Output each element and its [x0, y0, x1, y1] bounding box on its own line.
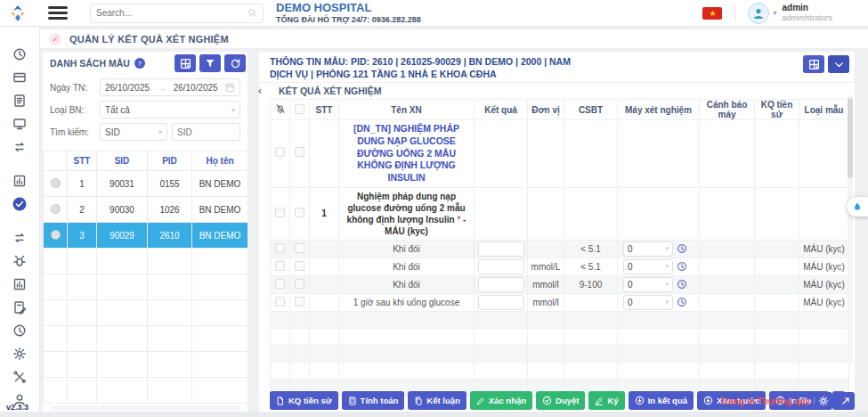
- menu-toggle-button[interactable]: [48, 4, 68, 23]
- workflow-icon[interactable]: [8, 135, 31, 159]
- result-input[interactable]: [478, 259, 524, 274]
- horizontal-scrollbar[interactable]: [50, 405, 240, 411]
- history-clock-icon[interactable]: [677, 279, 687, 290]
- user-menu-chevron-icon[interactable]: ▾: [773, 9, 776, 17]
- collapse-panel-chevron[interactable]: ‹: [254, 85, 266, 97]
- confirm-button[interactable]: Xác nhận: [470, 391, 532, 410]
- floating-assistant-button[interactable]: [847, 197, 868, 217]
- checkbox-icon[interactable]: [295, 279, 304, 289]
- search-type-select[interactable]: SID ▾: [100, 123, 167, 141]
- col-csbt[interactable]: CSBT: [564, 100, 618, 120]
- sign-button[interactable]: Ký: [588, 391, 624, 410]
- form-icon[interactable]: [8, 89, 31, 112]
- col-don-vi[interactable]: Đơn vị: [528, 100, 564, 120]
- global-search-input[interactable]: [96, 8, 247, 18]
- help-icon[interactable]: ?: [134, 58, 145, 69]
- machine-warning: [700, 275, 755, 293]
- machine-select[interactable]: 0▾: [623, 295, 673, 310]
- table-row[interactable]: 1 90031 0155 BN DEMO: [44, 171, 248, 197]
- result-row[interactable]: 1 giờ sau khi uống glucose mmol/l 0▾ MÁU…: [271, 293, 849, 311]
- language-flag-icon[interactable]: ★: [702, 7, 722, 20]
- row-radio[interactable]: [51, 230, 61, 240]
- col-pid[interactable]: PID: [148, 151, 192, 171]
- scrollbar-thumb[interactable]: [848, 98, 853, 178]
- result-input[interactable]: [478, 241, 524, 257]
- workflow2-icon[interactable]: [8, 226, 31, 249]
- machine-select[interactable]: 0▾: [623, 259, 673, 274]
- checkbox-icon[interactable]: [295, 147, 304, 157]
- filter-button[interactable]: [199, 54, 221, 72]
- row-radio[interactable]: [51, 204, 61, 214]
- sid-search-input[interactable]: [177, 127, 235, 137]
- chart-icon[interactable]: [8, 169, 31, 192]
- vertical-scrollbar[interactable]: [848, 96, 853, 364]
- history-clock-icon[interactable]: [677, 261, 687, 272]
- user-info[interactable]: admin administrators: [782, 3, 832, 23]
- result-input[interactable]: [478, 277, 524, 292]
- parent-test-row[interactable]: 1 Nghiệm pháp dung nạp glucose đường uốn…: [271, 187, 849, 240]
- result-row[interactable]: Khi đói mmol/L < 5.1 0▾ MÁU (kyc): [271, 258, 849, 275]
- checkbox-icon[interactable]: [295, 104, 304, 114]
- checkbox-icon[interactable]: [295, 261, 304, 271]
- mute-alerts-header[interactable]: [271, 100, 290, 120]
- checkbox-icon[interactable]: [295, 208, 304, 217]
- refresh-button[interactable]: [224, 54, 246, 72]
- checkbox-icon[interactable]: [275, 279, 285, 289]
- machine-select[interactable]: 0▾: [623, 277, 673, 292]
- history-clock-icon[interactable]: [677, 297, 687, 307]
- col-canh-bao[interactable]: Cảnh báo máy: [700, 100, 755, 120]
- result-row[interactable]: Khi đói mmol/l 9-100 0▾ MÁU (kyc): [271, 275, 849, 293]
- checkbox-icon[interactable]: [295, 243, 304, 253]
- tools-icon[interactable]: [8, 365, 31, 388]
- approve-button[interactable]: Duyệt: [536, 391, 585, 410]
- checkbox-icon[interactable]: [275, 243, 285, 253]
- col-loai-mau[interactable]: Loại mẫu: [799, 100, 849, 120]
- print-settings-button[interactable]: [815, 392, 832, 410]
- check-circle-icon[interactable]: [8, 192, 31, 216]
- column-settings-button[interactable]: [174, 54, 196, 72]
- checkbox-icon[interactable]: [275, 208, 285, 217]
- bell-slash-icon: [275, 103, 286, 114]
- monitor-icon[interactable]: [8, 112, 31, 135]
- checkbox-icon[interactable]: [275, 147, 285, 157]
- unit: mmol/l: [528, 275, 564, 293]
- col-ket-qua[interactable]: Kết quả: [475, 100, 528, 120]
- col-hoten[interactable]: Họ tên: [192, 151, 248, 171]
- table-row[interactable]: 2 90030 1026 BN DEMO: [44, 197, 248, 223]
- checkbox-icon[interactable]: [295, 297, 304, 307]
- history-result-button[interactable]: KQ tiền sử: [270, 391, 338, 410]
- col-stt[interactable]: STT: [310, 100, 339, 120]
- card-icon[interactable]: [8, 66, 31, 89]
- col-ten-xn[interactable]: Tên XN: [339, 100, 475, 120]
- col-kq-tien-su[interactable]: KQ tiền sử: [755, 100, 799, 120]
- table-row-selected[interactable]: 3 90029 2610 BN DEMO: [44, 223, 248, 249]
- select-all-header[interactable]: [290, 100, 310, 120]
- clock-icon[interactable]: [8, 43, 31, 66]
- results-column-settings-button[interactable]: [803, 55, 824, 73]
- checkbox-icon[interactable]: [275, 261, 285, 271]
- checkbox-icon[interactable]: [275, 297, 285, 307]
- gear-icon[interactable]: [8, 342, 31, 365]
- date-range-picker[interactable]: 26/10/2025 → 26/10/2025: [100, 78, 240, 96]
- history-icon[interactable]: [8, 319, 31, 342]
- conclusion-button[interactable]: Kết luận: [408, 391, 466, 410]
- row-radio[interactable]: [51, 178, 61, 188]
- group-header-row[interactable]: [DN_TN] NGHIỆM PHÁP DUNG NẠP GLUCOSE ĐƯỜ…: [271, 120, 849, 187]
- col-stt[interactable]: STT: [68, 151, 97, 171]
- signature-icon[interactable]: [8, 296, 31, 319]
- expand-button[interactable]: [837, 392, 855, 410]
- chart2-icon[interactable]: [8, 273, 31, 296]
- history-clock-icon[interactable]: [677, 243, 687, 254]
- history-result: [755, 240, 799, 258]
- col-sid[interactable]: SID: [97, 151, 148, 171]
- collapse-info-button[interactable]: [828, 55, 849, 73]
- machine-select[interactable]: 0▾: [623, 241, 673, 257]
- bug-icon[interactable]: [8, 249, 31, 273]
- result-row[interactable]: Khi đói < 5.1 0▾ MÁU (kyc): [271, 240, 849, 258]
- patient-type-select[interactable]: Tất cả ▾: [100, 101, 240, 119]
- result-input[interactable]: [478, 295, 524, 310]
- calculate-button[interactable]: Tính toán: [342, 391, 405, 410]
- col-may-xn[interactable]: Máy xét nghiệm: [618, 100, 700, 120]
- print-result-button[interactable]: In kết quả: [629, 391, 694, 410]
- user-avatar[interactable]: [748, 3, 769, 24]
